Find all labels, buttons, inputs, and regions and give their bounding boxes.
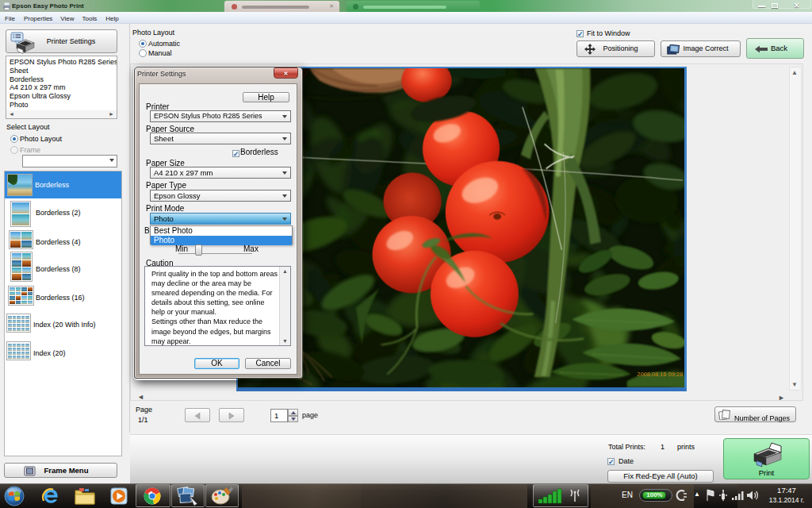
svg-text:2008.08.16 09:28: 2008.08.16 09:28 xyxy=(638,371,684,378)
